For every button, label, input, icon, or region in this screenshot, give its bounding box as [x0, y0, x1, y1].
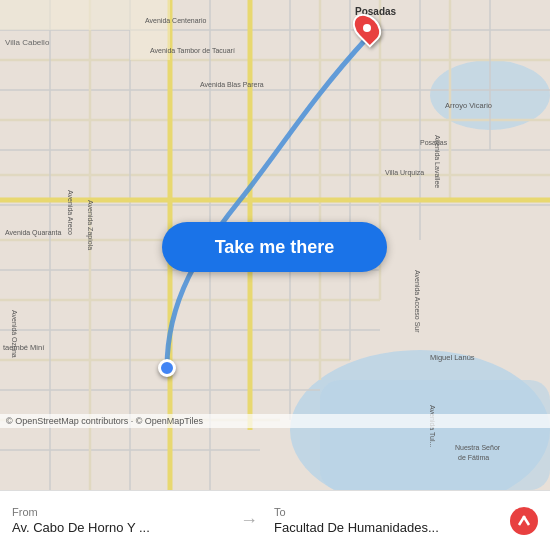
to-name: Facultad De Humanidades... [274, 520, 486, 535]
svg-text:Avenida Acceso Sur: Avenida Acceso Sur [414, 270, 421, 333]
svg-text:Avenida Centenario: Avenida Centenario [145, 17, 206, 24]
svg-text:Villa Urquiza: Villa Urquiza [385, 169, 424, 177]
bottom-bar: From Av. Cabo De Horno Y ... → To Facult… [0, 490, 550, 550]
destination-marker [355, 12, 379, 44]
svg-text:de Fátima: de Fátima [458, 454, 489, 461]
route-arrow: → [236, 510, 262, 531]
svg-text:Avenida Lavallee: Avenida Lavallee [434, 135, 441, 188]
take-me-there-button[interactable]: Take me there [162, 222, 387, 272]
svg-text:Nuestra Señor: Nuestra Señor [455, 444, 501, 451]
svg-text:Avenida Tambor de Tacuarí: Avenida Tambor de Tacuarí [150, 47, 235, 54]
route-to-segment[interactable]: To Facultad De Humanidades... [262, 498, 498, 543]
svg-text:Avenida Quaranta: Avenida Quaranta [5, 229, 61, 237]
svg-text:Arroyo Vicario: Arroyo Vicario [445, 101, 492, 110]
from-name: Av. Cabo De Horno Y ... [12, 520, 224, 535]
svg-text:Posadas: Posadas [420, 139, 448, 146]
svg-rect-35 [0, 0, 50, 30]
svg-rect-37 [90, 0, 130, 30]
svg-text:Villa Cabello: Villa Cabello [5, 38, 50, 47]
route-from-segment[interactable]: From Av. Cabo De Horno Y ... [0, 498, 236, 543]
from-label: From [12, 506, 224, 518]
moovit-icon [515, 512, 533, 530]
map-container: Avenida Centenario Avenida Tambor de Tac… [0, 0, 550, 490]
svg-text:Avenida Zapiola: Avenida Zapiola [86, 200, 94, 250]
svg-text:taembé Miní: taembé Miní [3, 343, 45, 352]
svg-point-59 [523, 515, 526, 518]
svg-rect-36 [50, 0, 90, 30]
svg-text:Miguel Lanús: Miguel Lanús [430, 353, 475, 362]
to-label: To [274, 506, 486, 518]
moovit-logo-circle [510, 507, 538, 535]
moovit-logo [498, 507, 550, 535]
svg-text:Avenida Blas Parera: Avenida Blas Parera [200, 81, 264, 88]
map-attribution: © OpenStreetMap contributors · © OpenMap… [0, 414, 550, 428]
svg-text:Avenida Areco: Avenida Areco [67, 190, 74, 235]
origin-marker [158, 359, 176, 377]
